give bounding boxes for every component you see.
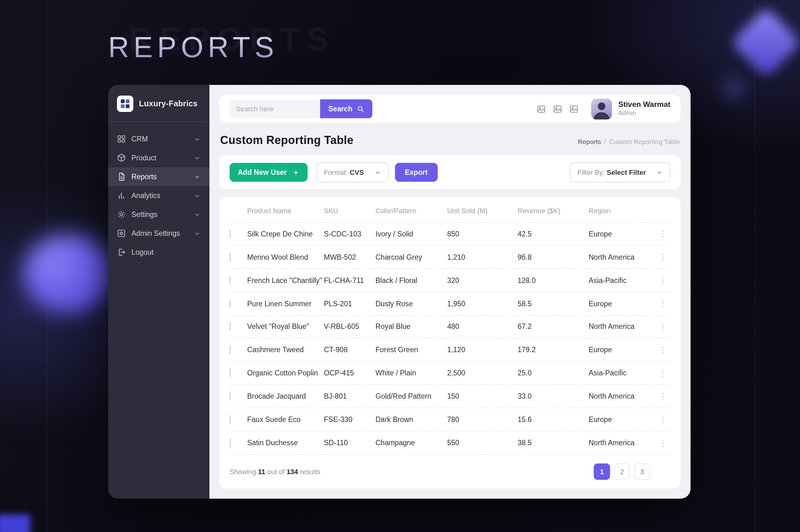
- cell-region: North America: [589, 323, 656, 330]
- search-input[interactable]: [230, 99, 320, 118]
- image-icon[interactable]: [536, 104, 546, 114]
- row-checkbox[interactable]: [230, 345, 231, 354]
- search-button[interactable]: Search: [320, 99, 373, 118]
- row-checkbox[interactable]: [230, 253, 231, 262]
- kebab-menu-button[interactable]: ⋮: [656, 230, 669, 238]
- cell-unit-sold: 1,210: [447, 253, 518, 261]
- cell-product-name: Brocade Jacquard: [247, 393, 324, 400]
- avatar[interactable]: [591, 98, 612, 119]
- user-info: Stiven Warmat Admin: [618, 100, 670, 118]
- cell-unit-sold: 480: [447, 323, 518, 330]
- format-select[interactable]: Format: CVS: [316, 162, 388, 182]
- sidebar-item-analytics[interactable]: Analytics: [108, 186, 209, 205]
- cell-unit-sold: 780: [447, 416, 518, 423]
- cell-revenue: 38.5: [518, 439, 589, 446]
- bar-chart-icon: [117, 191, 126, 200]
- image-icon[interactable]: [553, 104, 562, 114]
- sidebar-item-reports[interactable]: Reports: [108, 167, 209, 186]
- row-checkbox[interactable]: [230, 392, 231, 401]
- table-header-row: Product Name SKU Color/Pattern Unit Sold…: [230, 200, 670, 223]
- brand-logo-icon: [117, 96, 133, 112]
- kebab-menu-button[interactable]: ⋮: [656, 253, 669, 261]
- cell-product-name: Merino Wool Blend: [247, 253, 324, 261]
- filter-select[interactable]: Filter By: Select Filter: [570, 162, 670, 182]
- breadcrumb-separator: /: [604, 138, 606, 145]
- sidebar-item-settings[interactable]: Settings: [108, 205, 209, 224]
- kebab-menu-button[interactable]: ⋮: [656, 276, 669, 284]
- search-group: Search: [230, 99, 373, 118]
- table-row: Pure Linen Summer PLS-201 Dusty Rose 1,9…: [230, 292, 670, 315]
- sidebar-item-crm[interactable]: CRM: [108, 130, 209, 148]
- row-checkbox[interactable]: [230, 438, 231, 447]
- kebab-menu-button[interactable]: ⋮: [656, 323, 669, 331]
- app-window: Luxury-Fabrics CRM Product Reports: [108, 85, 690, 499]
- chevron-right-icon: [659, 471, 666, 472]
- search-button-label: Search: [328, 105, 353, 113]
- add-new-user-button[interactable]: Add New User: [230, 163, 307, 182]
- chevron-down-icon: [194, 230, 201, 237]
- cell-sku: V-RBL-605: [324, 323, 376, 330]
- sidebar-item-logout[interactable]: Logout: [108, 243, 209, 262]
- cell-region: Asia-Pacific: [589, 277, 656, 284]
- sidebar-item-admin-settings[interactable]: Admin Settings: [108, 224, 209, 243]
- breadcrumb-parent[interactable]: Reports: [578, 138, 601, 145]
- pagination: 1 2 3: [574, 463, 670, 480]
- cell-sku: CT-908: [324, 346, 376, 354]
- image-icon[interactable]: [569, 104, 578, 114]
- sidebar-item-product[interactable]: Product: [108, 148, 209, 167]
- kebab-menu-button[interactable]: ⋮: [656, 346, 669, 354]
- kebab-menu-button[interactable]: ⋮: [656, 299, 669, 307]
- title-row: Custom Reporting Table Reports / Custom …: [220, 134, 681, 147]
- user-role: Admin: [618, 110, 670, 118]
- pagination-prev-button[interactable]: [574, 463, 590, 480]
- cell-sku: FSE-330: [324, 416, 376, 423]
- cell-revenue: 33.0: [518, 393, 589, 400]
- row-checkbox[interactable]: [230, 415, 231, 424]
- row-checkbox[interactable]: [230, 299, 231, 308]
- export-button[interactable]: Export: [395, 163, 438, 182]
- kebab-menu-button[interactable]: ⋮: [656, 439, 669, 447]
- pagination-page-3[interactable]: 3: [634, 463, 650, 480]
- background-diamond: [716, 71, 751, 107]
- row-checkbox[interactable]: [230, 369, 231, 378]
- cell-region: Europe: [589, 300, 656, 307]
- format-select-prefix: Format:: [324, 169, 348, 176]
- pagination-page-1[interactable]: 1: [594, 463, 610, 480]
- row-checkbox[interactable]: [230, 322, 231, 331]
- cell-sku: MWB-502: [324, 253, 376, 261]
- sidebar-item-label: Product: [131, 154, 156, 162]
- row-checkbox[interactable]: [230, 276, 231, 285]
- row-checkbox[interactable]: [230, 230, 231, 238]
- cell-unit-sold: 550: [447, 439, 518, 446]
- table-row: Cashmere Tweed CT-908 Forest Green 1,120…: [230, 339, 670, 362]
- cell-sku: PLS-201: [324, 300, 376, 307]
- sidebar-nav: CRM Product Reports Analytics: [108, 122, 209, 269]
- cell-unit-sold: 2,500: [447, 369, 518, 377]
- grid-icon: [117, 135, 126, 144]
- cell-region: North America: [589, 253, 656, 261]
- sidebar-item-label: CRM: [131, 135, 148, 143]
- pagination-next-button[interactable]: [654, 463, 670, 480]
- cell-product-name: Faux Suede Eco: [247, 416, 324, 423]
- cell-revenue: 96.8: [518, 253, 589, 261]
- kebab-menu-button[interactable]: ⋮: [656, 392, 669, 400]
- avatar-silhouette: [591, 98, 612, 119]
- cell-region: Europe: [589, 230, 656, 238]
- cell-color-pattern: Dusty Rose: [376, 300, 447, 307]
- cell-revenue: 25.0: [518, 369, 589, 377]
- cell-product-name: Organic Cotton Poplin: [247, 369, 324, 377]
- cell-region: North America: [589, 393, 656, 400]
- pagination-page-2[interactable]: 2: [614, 463, 630, 480]
- kebab-menu-button[interactable]: ⋮: [656, 415, 669, 423]
- search-icon: [357, 105, 364, 113]
- logout-icon: [117, 248, 126, 256]
- kebab-menu-button[interactable]: ⋮: [656, 369, 669, 377]
- cell-color-pattern: Champagne: [376, 439, 447, 446]
- table-row: Silk Crepe De Chine S-CDC-103 Ivory / So…: [230, 223, 670, 246]
- table-row: French Lace "Chantilly" FL-CHA-711 Black…: [230, 269, 670, 292]
- cell-revenue: 58.5: [518, 300, 589, 307]
- add-new-user-label: Add New User: [238, 169, 287, 176]
- user-name: Stiven Warmat: [618, 100, 670, 110]
- cell-product-name: French Lace "Chantilly": [247, 277, 324, 284]
- chevron-down-icon: [194, 192, 201, 199]
